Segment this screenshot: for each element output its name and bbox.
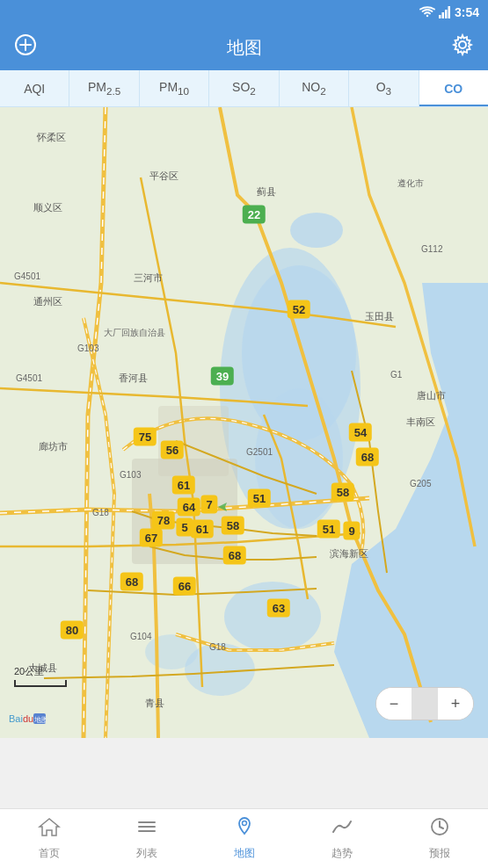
marker-m10[interactable]: 7 — [200, 495, 217, 514]
svg-text:顺义区: 顺义区 — [33, 202, 62, 213]
baidu-logo-icon: Bai du 地图 — [9, 710, 46, 726]
zoom-out-button[interactable]: − — [376, 688, 412, 720]
svg-text:G2501: G2501 — [246, 447, 273, 457]
tab-so2[interactable]: SO2 — [209, 70, 279, 106]
tab-o3[interactable]: O3 — [349, 70, 419, 106]
list-icon — [135, 816, 158, 843]
svg-rect-2 — [445, 10, 448, 18]
trend-icon — [331, 816, 353, 843]
tab-no2[interactable]: NO2 — [280, 70, 349, 106]
marker-m11[interactable]: 58 — [331, 483, 354, 502]
svg-point-53 — [242, 821, 246, 826]
marker-m16[interactable]: 58 — [222, 517, 244, 535]
nav-forecast-label: 预报 — [429, 846, 450, 861]
svg-text:青县: 青县 — [145, 698, 164, 708]
marker-m5[interactable]: 56 — [161, 441, 184, 459]
svg-text:廊坊市: 廊坊市 — [39, 441, 68, 452]
svg-text:G4501: G4501 — [16, 373, 42, 383]
nav-list-label: 列表 — [136, 846, 157, 861]
svg-text:G1: G1 — [390, 370, 403, 380]
svg-text:G104: G104 — [130, 632, 152, 641]
svg-rect-0 — [439, 15, 441, 18]
marker-m7[interactable]: 68 — [356, 448, 379, 467]
svg-text:du: du — [23, 713, 33, 724]
nav-list[interactable]: 列表 — [98, 816, 195, 861]
tab-co[interactable]: CO — [419, 70, 488, 106]
svg-text:香河县: 香河县 — [119, 373, 148, 383]
tab-aqi[interactable]: AQI — [0, 70, 69, 106]
marker-m13[interactable]: 78 — [152, 511, 175, 530]
signal-icon — [439, 6, 451, 18]
svg-text:玉田县: 玉田县 — [365, 311, 394, 322]
settings-button[interactable] — [451, 33, 474, 61]
home-icon — [38, 816, 61, 843]
nav-trend[interactable]: 趋势 — [293, 816, 390, 861]
page-title: 地图 — [227, 36, 262, 60]
svg-rect-3 — [448, 6, 450, 18]
marker-m6[interactable]: 54 — [349, 423, 372, 442]
marker-m24[interactable]: 80 — [61, 621, 84, 640]
status-time: 3:54 — [455, 5, 479, 19]
svg-text:通州区: 通州区 — [33, 296, 62, 307]
svg-point-12 — [255, 388, 343, 529]
add-icon — [14, 33, 37, 56]
svg-text:G103: G103 — [120, 470, 142, 480]
map-background: 怀柔区 顺义区 平谷区 蓟县 遵化市 通州区 三河市 大厂回族自治县 玉田县 G… — [0, 107, 488, 738]
forecast-icon — [428, 816, 451, 843]
marker-m22[interactable]: 66 — [173, 577, 196, 596]
tab-pm10[interactable]: PM10 — [140, 70, 209, 106]
svg-text:地图: 地图 — [33, 716, 46, 724]
settings-icon — [451, 33, 474, 56]
marker-m12[interactable]: 51 — [248, 489, 271, 508]
svg-text:三河市: 三河市 — [134, 272, 163, 283]
baidu-logo: Bai du 地图 — [9, 710, 46, 726]
map-container[interactable]: 怀柔区 顺义区 平谷区 蓟县 遵化市 通州区 三河市 大厂回族自治县 玉田县 G… — [0, 107, 488, 738]
svg-text:G112: G112 — [421, 244, 443, 254]
marker-m20[interactable]: 68 — [223, 546, 246, 565]
svg-text:遵化市: 遵化市 — [397, 178, 424, 188]
map-scale: 20公里 — [14, 665, 67, 687]
svg-point-13 — [290, 213, 343, 248]
scale-label: 20公里 — [14, 665, 44, 678]
marker-m9[interactable]: 64 — [178, 498, 200, 517]
marker-m19[interactable]: 9 — [343, 522, 360, 540]
marker-m8[interactable]: 61 — [172, 476, 195, 495]
marker-m2[interactable]: 52 — [288, 300, 310, 319]
nav-forecast[interactable]: 预报 — [390, 816, 488, 861]
zoom-controls: − + — [375, 687, 474, 720]
nav-trend-label: 趋势 — [331, 846, 353, 861]
svg-text:G4501: G4501 — [14, 271, 40, 281]
marker-m18[interactable]: 51 — [317, 520, 340, 539]
nav-map[interactable]: 地图 — [195, 816, 293, 861]
wifi-icon — [419, 6, 435, 18]
svg-text:G103: G103 — [77, 344, 99, 353]
marker-m23[interactable]: 63 — [267, 599, 290, 618]
add-button[interactable] — [14, 33, 37, 61]
svg-text:大厂回族自治县: 大厂回族自治县 — [104, 328, 165, 337]
svg-text:丰南区: 丰南区 — [406, 416, 435, 427]
marker-m4[interactable]: 75 — [134, 428, 157, 446]
marker-m17[interactable]: 67 — [140, 529, 163, 547]
status-bar: 3:54 — [0, 0, 488, 25]
svg-text:唐山市: 唐山市 — [417, 390, 446, 401]
nav-home[interactable]: 首页 — [0, 816, 98, 861]
nav-map-label: 地图 — [234, 846, 255, 861]
svg-text:平谷区: 平谷区 — [149, 170, 178, 181]
zoom-in-button[interactable]: + — [438, 688, 473, 720]
marker-m3[interactable]: 39 — [211, 367, 234, 386]
svg-text:G18: G18 — [92, 508, 109, 517]
svg-text:G205: G205 — [410, 479, 432, 488]
nav-home-label: 首页 — [39, 846, 60, 861]
svg-text:G18: G18 — [209, 642, 226, 652]
marker-m1[interactable]: 22 — [243, 206, 266, 224]
svg-rect-1 — [441, 12, 444, 18]
marker-m15[interactable]: 61 — [191, 520, 214, 539]
marker-m21[interactable]: 68 — [120, 573, 143, 591]
svg-text:滨海新区: 滨海新区 — [330, 548, 368, 559]
svg-text:怀柔区: 怀柔区 — [36, 132, 66, 142]
svg-text:Bai: Bai — [9, 713, 23, 724]
tab-bar: AQI PM2.5 PM10 SO2 NO2 O3 CO — [0, 70, 488, 107]
status-icons: 3:54 — [419, 5, 479, 19]
svg-text:蓟县: 蓟县 — [257, 186, 276, 197]
tab-pm25[interactable]: PM2.5 — [69, 70, 139, 106]
